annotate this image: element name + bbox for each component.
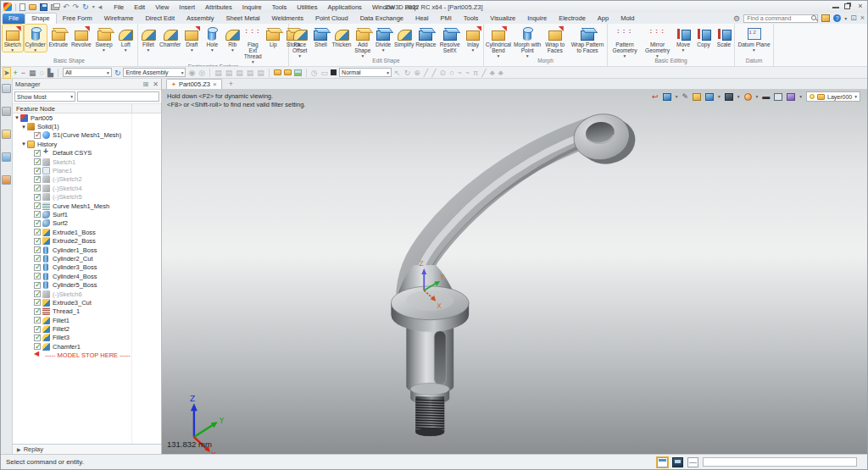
tree-item-curve-mesh1-mesh[interactable]: Curve Mesh1_Mesh — [13, 202, 161, 210]
tree-checkbox[interactable] — [34, 343, 41, 350]
tree-checkbox[interactable] — [34, 220, 41, 227]
tree-item-extrude3-cut[interactable]: Extrude3_Cut — [13, 298, 161, 307]
ribbon-tab-sheet-metal[interactable]: Sheet Metal — [220, 14, 266, 24]
search-icon[interactable] — [810, 14, 818, 22]
tree-item-extrude2-boss[interactable]: Extrude2_Boss — [13, 236, 161, 245]
line-tool-icon[interactable]: ╱ — [424, 68, 428, 78]
wrap-pattern-to-faces-button[interactable]: Wrap Pattern to Faces — [568, 25, 607, 58]
shell-button[interactable]: Shell — [310, 25, 331, 52]
close-panel-icon[interactable]: ✕ — [153, 80, 159, 88]
chamfer-button[interactable]: Chamfer — [159, 25, 181, 52]
tree-item-model-stop[interactable]: ----- MODEL STOP HERE ----- — [13, 351, 161, 360]
menu-view[interactable]: View — [150, 3, 174, 11]
ribbon-tab-point-cloud[interactable]: Point Cloud — [309, 14, 354, 24]
ribbon-tab-tools[interactable]: Tools — [458, 14, 485, 24]
simplify-button[interactable]: Simplify — [393, 25, 415, 52]
replay-expander-icon[interactable]: ▶ — [17, 446, 21, 452]
tree-expander-icon[interactable]: ▼ — [21, 124, 27, 130]
tree-item-cylinder4-boss[interactable]: Cylinder4_Boss — [13, 272, 161, 280]
assembly-manager-icon[interactable] — [2, 107, 11, 116]
tree-checkbox[interactable] — [34, 202, 41, 209]
ribbon-tab-inquire[interactable]: Inquire — [521, 14, 553, 24]
segment-tool-icon[interactable]: ╱ — [481, 68, 486, 78]
menu-help[interactable]: Help — [400, 3, 423, 11]
collapse-qat-icon[interactable]: ◂ — [98, 3, 103, 11]
tree-checkbox[interactable] — [34, 264, 41, 271]
scale-button[interactable]: Scale — [714, 25, 734, 52]
visual-manager-icon[interactable] — [2, 130, 11, 139]
ribbon-tab-weldments[interactable]: Weldments — [266, 14, 309, 24]
ribbon-tab-pmi[interactable]: PMI — [434, 14, 457, 24]
dropdown-arrow-icon[interactable]: ▾ — [382, 48, 385, 52]
split-view-icon[interactable] — [687, 457, 698, 467]
menu-applications[interactable]: Applications — [322, 3, 366, 11]
dropdown-arrow-icon[interactable]: ▾ — [103, 48, 105, 52]
view-manager-icon[interactable] — [2, 152, 11, 162]
open-file-icon[interactable] — [29, 4, 36, 10]
menu-window[interactable]: Window — [367, 3, 400, 11]
tree-checkbox[interactable] — [34, 299, 41, 306]
scope-refresh-icon[interactable]: ↻ — [114, 68, 121, 78]
replace-button[interactable]: Replace — [415, 25, 437, 52]
pick-filter-icon[interactable]: ▦ — [29, 68, 36, 78]
pin-panel-icon[interactable]: ⊞ — [143, 80, 149, 88]
menu-attributes[interactable]: Attributes — [200, 3, 237, 11]
loft-button[interactable]: Loft ▾ — [115, 25, 136, 52]
document-tab-part005[interactable]: ✦ Part005.Z3 × — [166, 79, 222, 89]
sketch-button[interactable]: Sketch ▾ — [3, 25, 23, 52]
state-icon-3[interactable]: ▤ — [236, 68, 243, 78]
sort-icon[interactable]: ▙ — [47, 68, 53, 78]
tree-checkbox[interactable] — [34, 238, 41, 245]
tree-checkbox[interactable] — [34, 290, 41, 297]
tree-item-fillet2[interactable]: Fillet2 — [13, 324, 161, 333]
tree-item-cylinder2-cut[interactable]: Cylinder2_Cut — [13, 254, 161, 263]
sweep-button[interactable]: Sweep ▾ — [94, 25, 114, 52]
cylindrical-bend-button[interactable]: Cylindrical Bend ▾ — [484, 25, 513, 58]
resolve-selfx-button[interactable]: Resolve SelfX — [437, 25, 463, 58]
tree-item-cylinder5-boss[interactable]: Cylinder5_Boss — [13, 280, 161, 289]
extrude-button[interactable]: Extrude — [47, 25, 69, 52]
cylinder-button[interactable]: Cylinder ▾ — [25, 25, 47, 52]
tree-item-surf2[interactable]: Surf2 — [13, 219, 161, 228]
manager-tab-icon[interactable] — [2, 84, 11, 93]
tree-item-sketch5[interactable]: (-)Sketch5 — [13, 193, 161, 202]
tree-checkbox[interactable] — [34, 176, 41, 183]
add-select-icon[interactable]: + — [14, 68, 18, 78]
role-manager-icon[interactable] — [2, 175, 11, 185]
spline-tool-icon[interactable]: ~ — [458, 68, 462, 78]
ribbon-tab-electrode[interactable]: Electrode — [553, 14, 592, 24]
tree-checkbox[interactable] — [34, 150, 41, 157]
mirror-geometry-button[interactable]: Mirror Geometry ▾ — [642, 25, 673, 58]
menu-utilities[interactable]: Utilities — [292, 3, 322, 11]
pi-tool-icon[interactable]: π — [473, 68, 478, 78]
tree-checkbox[interactable] — [34, 326, 41, 333]
ribbon-tab-wireframe[interactable]: Wireframe — [98, 14, 140, 24]
tree-checkbox[interactable] — [34, 317, 41, 323]
tree-item-solid1[interactable]: ▼ Solid(1) — [13, 122, 161, 130]
scope-combo[interactable]: Entire Assembly▾ — [123, 68, 186, 77]
dropdown-arrow-icon[interactable]: ▾ — [191, 48, 193, 52]
settings-gear-icon[interactable]: ⚙ — [733, 14, 740, 23]
ribbon-tab-direct-edit[interactable]: Direct Edit — [139, 14, 181, 24]
thicken-button[interactable]: Thicken — [331, 25, 352, 52]
tree-item-cylinder1-boss[interactable]: Cylinder1_Boss — [13, 246, 161, 254]
dropdown-arrow-icon[interactable]: ▾ — [34, 48, 36, 52]
tree-checkbox[interactable] — [34, 185, 41, 191]
rib-button[interactable]: Rib ▾ — [222, 25, 242, 52]
dropdown-arrow-icon[interactable]: ▾ — [11, 48, 14, 52]
state-icon-1[interactable]: ▤ — [214, 68, 222, 78]
leaf-tool-icon-1[interactable]: ♣ — [490, 68, 495, 78]
state-icon-5[interactable]: ▤ — [257, 68, 264, 78]
menu-insert[interactable]: Insert — [174, 3, 200, 11]
tree-item-thread1[interactable]: Thread_1 — [13, 307, 161, 316]
tree-checkbox[interactable] — [34, 132, 41, 139]
image-background-icon[interactable] — [294, 69, 302, 76]
tree-item-fillet3[interactable]: Fillet3 — [13, 334, 161, 342]
pattern-geometry-button[interactable]: Pattern Geometry ▾ — [608, 25, 642, 58]
curve-tool-icon[interactable]: ~ — [465, 68, 470, 78]
module-cube-icon[interactable] — [821, 14, 830, 22]
dropdown-arrow-icon[interactable]: ▾ — [211, 48, 214, 52]
tree-item-fillet1[interactable]: Fillet1 — [13, 316, 161, 324]
tree-search-input[interactable] — [77, 91, 159, 102]
ribbon-tab-app[interactable]: App — [592, 14, 615, 24]
